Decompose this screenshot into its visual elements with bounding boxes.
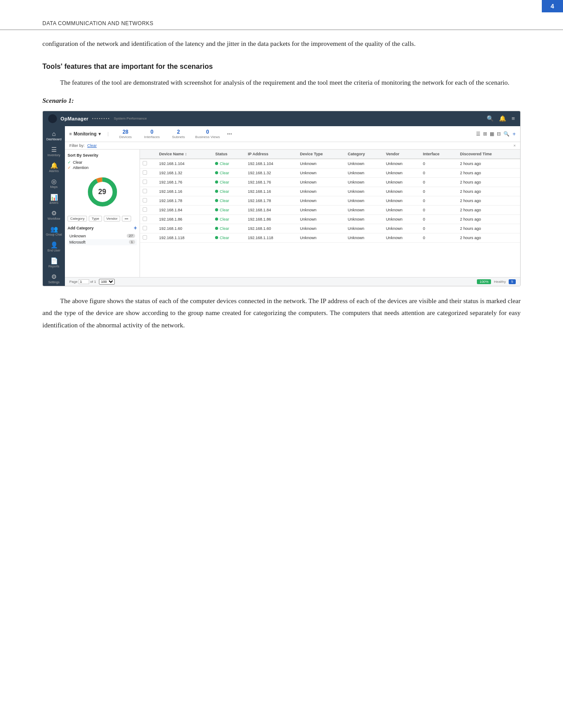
grid-view-icon[interactable]: ⊞ <box>483 131 487 137</box>
row-ip: 192.168.1.78 <box>245 196 297 205</box>
row-checkbox[interactable] <box>140 233 156 242</box>
section-heading: Tools' features that are important for t… <box>42 63 521 71</box>
row-device-type: Unknown <box>297 187 345 196</box>
row-device-name: 192.168.1.76 <box>156 177 212 187</box>
list-view-icon[interactable]: ☰ <box>476 131 480 137</box>
row-status: Clear <box>212 159 245 169</box>
table-row[interactable]: 192.168.1.32 Clear 192.168.1.32 Unknown … <box>140 168 520 177</box>
menu-icon[interactable]: ≡ <box>511 115 515 122</box>
more-options-icon[interactable]: ••• <box>227 131 232 136</box>
sidebar-item-group-chat[interactable]: 👥 Group Chat <box>43 223 65 238</box>
table-row[interactable]: 192.168.1.78 Clear 192.168.1.78 Unknown … <box>140 196 520 205</box>
page-input[interactable] <box>79 279 89 284</box>
table-row[interactable]: 192.168.1.84 Clear 192.168.1.84 Unknown … <box>140 205 520 214</box>
stat-devices: 28 Devices <box>116 129 135 139</box>
row-checkbox[interactable] <box>140 214 156 224</box>
row-device-type: Unknown <box>297 159 345 169</box>
col-ip[interactable]: IP Address <box>245 150 297 159</box>
sidebar-item-alarms[interactable]: 🔔 Alarms <box>43 160 65 175</box>
monitoring-button[interactable]: ≡ Monitoring ▾ <box>69 131 101 136</box>
row-vendor: Unknown <box>383 224 420 233</box>
category-unknown[interactable]: Unknown 27 <box>68 233 137 239</box>
category-microsoft[interactable]: Microsoft 1 <box>68 239 137 245</box>
col-interface[interactable]: Interface <box>420 150 457 159</box>
sidebar-item-end-user[interactable]: 👤 End User <box>43 239 65 254</box>
col-vendor[interactable]: Vendor <box>383 150 420 159</box>
table-row[interactable]: 192.168.1.104 Clear 192.168.1.104 Unknow… <box>140 159 520 169</box>
col-device-name[interactable]: Device Name ↕ <box>156 150 212 159</box>
left-panel: Sort By Severity ✓ Clear ✓ Attention <box>65 150 140 277</box>
add-category-btn[interactable]: + <box>134 225 137 231</box>
table-row[interactable]: 192.168.1.86 Clear 192.168.1.86 Unknown … <box>140 214 520 224</box>
sort-title: Sort By Severity <box>68 153 137 158</box>
row-ip: 192.168.1.104 <box>245 159 297 169</box>
stat-interfaces: 0 Interfaces <box>142 129 162 139</box>
table-view-icon[interactable]: ⊟ <box>497 131 501 137</box>
col-category[interactable]: Category <box>345 150 383 159</box>
col-status[interactable]: Status <box>212 150 245 159</box>
maps-icon: ◎ <box>51 178 57 185</box>
row-discovered-time: 2 hours ago <box>457 177 520 187</box>
sidebar-item-inventory[interactable]: ☰ Inventory <box>43 144 65 159</box>
row-discovered-time: 2 hours ago <box>457 233 520 242</box>
sidebar: ⌂ Dashboard ☰ Inventory 🔔 Alarms ◎ Maps <box>43 126 65 286</box>
row-checkbox[interactable] <box>140 168 156 177</box>
hamburger-icon: ≡ <box>69 131 72 136</box>
chevron-down-icon: ▾ <box>98 131 101 136</box>
row-device-name: 192.168.1.84 <box>156 205 212 214</box>
row-ip: 192.168.1.60 <box>245 224 297 233</box>
row-checkbox[interactable] <box>140 196 156 205</box>
row-checkbox[interactable] <box>140 159 156 169</box>
table-row[interactable]: 192.168.1.76 Clear 192.168.1.76 Unknown … <box>140 177 520 187</box>
tile-view-icon[interactable]: ▦ <box>490 131 494 137</box>
col-device-type[interactable]: Device Type <box>297 150 345 159</box>
footer-of-label: of 1 <box>90 280 96 284</box>
row-interface: 0 <box>420 214 457 224</box>
sidebar-item-nms[interactable]: 📊 &NMS <box>43 191 65 206</box>
sidebar-item-maps[interactable]: ◎ Maps <box>43 176 65 191</box>
sidebar-item-reports[interactable]: 📄 Reports <box>43 255 65 270</box>
app-subtitle: System Performance <box>114 116 147 120</box>
row-checkbox[interactable] <box>140 177 156 187</box>
row-interface: 0 <box>420 233 457 242</box>
footer-badge-num: 5 <box>509 279 516 284</box>
row-vendor: Unknown <box>383 177 420 187</box>
row-checkbox[interactable] <box>140 187 156 196</box>
add-icon[interactable]: + <box>512 131 516 137</box>
row-category: Unknown <box>345 233 383 242</box>
legend-clear-label: Clear <box>73 160 83 165</box>
reports-icon: 📄 <box>50 257 58 264</box>
filter-type[interactable]: Type <box>89 216 102 221</box>
app-dots: •••••••• <box>92 116 110 121</box>
row-category: Unknown <box>345 159 383 169</box>
filter-more[interactable]: ••• <box>122 216 131 221</box>
filter-vendor[interactable]: Vendor <box>104 216 120 221</box>
table-row[interactable]: 192.168.1.16 Clear 192.168.1.16 Unknown … <box>140 187 520 196</box>
table-row[interactable]: 192.168.1.60 Clear 192.168.1.60 Unknown … <box>140 224 520 233</box>
filter-clear-btn[interactable]: Clear <box>87 143 97 148</box>
bell-icon[interactable]: 🔔 <box>499 115 506 122</box>
sidebar-item-dashboard[interactable]: ⌂ Dashboard <box>43 128 65 143</box>
search-top-icon[interactable]: 🔍 <box>503 131 510 137</box>
row-device-name: 192.168.1.32 <box>156 168 212 177</box>
row-checkbox[interactable] <box>140 205 156 214</box>
sidebar-item-workflow[interactable]: ⚙ Workflow <box>43 207 65 222</box>
table-footer: Page of 1 100 50 25 100% Healthy <box>65 277 520 286</box>
search-icon[interactable]: 🔍 <box>487 115 494 122</box>
rows-select[interactable]: 100 50 25 <box>99 279 115 285</box>
col-discovered-time[interactable]: Discovered Time <box>457 150 520 159</box>
filter-category[interactable]: Category <box>68 216 87 221</box>
sidebar-item-settings[interactable]: ⚙ Settings <box>43 271 65 286</box>
stat-business-views: 0 Business Views <box>195 129 220 139</box>
main-layout: ⌂ Dashboard ☰ Inventory 🔔 Alarms ◎ Maps <box>43 126 520 286</box>
stat-bv-label: Business Views <box>195 135 220 139</box>
table-row[interactable]: 192.168.1.118 Clear 192.168.1.118 Unknow… <box>140 233 520 242</box>
row-interface: 0 <box>420 177 457 187</box>
row-vendor: Unknown <box>383 159 420 169</box>
stat-subnets-num: 2 <box>177 129 180 135</box>
sidebar-label-workflow: Workflow <box>48 217 60 220</box>
row-status: Clear <box>212 187 245 196</box>
filter-close-btn[interactable]: × <box>514 143 516 148</box>
row-checkbox[interactable] <box>140 224 156 233</box>
figure-description: The above figure shows the status of eac… <box>42 295 521 332</box>
